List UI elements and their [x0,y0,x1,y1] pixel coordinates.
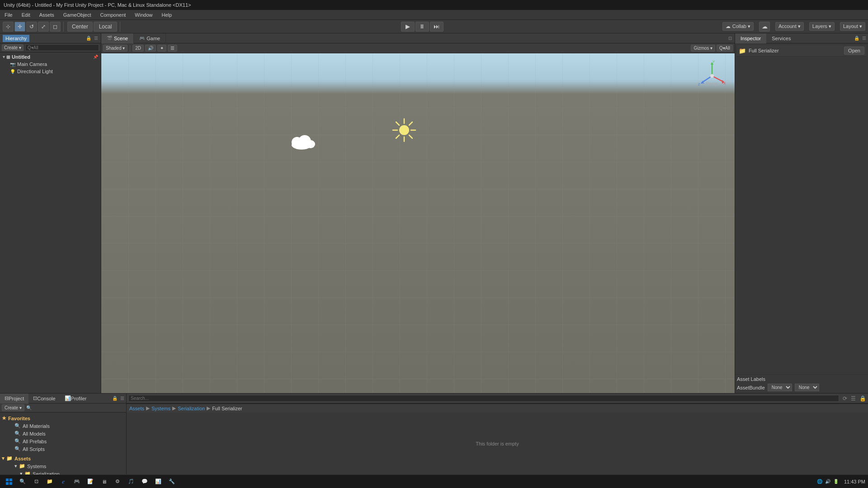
taskbar-app-5[interactable]: 🎵 [125,476,137,488]
menu-file[interactable]: File [3,11,14,19]
profiler-tab[interactable]: 📊 Profiler [60,394,91,404]
menu-component[interactable]: Component [98,11,127,19]
hand-tool-btn[interactable]: ⊹ [3,22,14,32]
taskbar-app-2[interactable]: 📝 [84,476,97,488]
hierarchy-scene-item[interactable]: ▾ ⊞ Untitled 📌 [0,53,101,61]
svg-line-7 [396,135,399,138]
file-browser-view-icon[interactable]: ☰ [851,395,856,402]
shading-btn[interactable]: Shaded ▾ [103,45,127,52]
audio-btn[interactable]: 🔊 [145,45,156,52]
taskbar-app-6[interactable]: 💬 [138,476,151,488]
all-models-item[interactable]: 🔍 All Models [2,430,124,437]
scene-pin-icon: 📌 [93,55,98,59]
asset-bundle-variant-select[interactable]: None [795,384,819,391]
menu-assets[interactable]: Assets [38,11,56,19]
scene-tab[interactable]: 🎬 Scene [101,33,134,43]
file-browser-refresh-icon[interactable]: ⟳ [843,395,847,402]
scene-gizmo[interactable]: Y X Z < Persp [696,60,723,87]
inspector-tab[interactable]: Inspector [735,33,766,43]
project-create-btn[interactable]: Create ▾ [2,404,24,411]
hierarchy-lock-icon[interactable]: 🔒 [86,36,91,41]
scene-settings-btn[interactable]: ☰ [168,45,177,52]
account-btn[interactable]: Account ▾ [775,22,804,31]
taskbar-speaker-icon[interactable]: 🔊 [825,479,830,484]
2d-btn[interactable]: 2D [132,45,144,52]
taskbar-network-icon[interactable]: 🌐 [817,479,822,484]
taskbar-app-8[interactable]: 🔧 [165,476,178,488]
taskbar: 🔍 ⊡ 📁 𝑒 🎮 📝 🖥 ⚙ 🎵 💬 📊 🔧 🌐 🔊 🔋 11:43 PM [0,474,868,488]
hierarchy-menu-icon[interactable]: ☰ [94,36,98,41]
cloud-object [289,132,316,150]
all-materials-item[interactable]: 🔍 All Materials [2,422,124,430]
light-icon: 💡 [10,69,15,74]
services-tab[interactable]: Services [766,33,796,43]
hierarchy-search-input[interactable] [25,44,99,51]
file-browser-lock-icon[interactable]: 🔒 [859,395,866,402]
layers-btn[interactable]: Layers ▾ [809,22,835,31]
taskbar-search-btn[interactable]: 🔍 [16,476,29,488]
hierarchy-create-btn[interactable]: Create ▾ [2,44,24,51]
systems-item[interactable]: ▾ 📁 Systems [2,462,124,470]
breadcrumb-serialization[interactable]: Serialization [178,406,205,411]
assets-title[interactable]: ▾ 📁 Assets [2,455,124,462]
breadcrumb-arrow-3: ▶ [207,405,210,411]
pause-btn[interactable]: ⏸ [415,22,429,32]
taskbar-app-4[interactable]: ⚙ [111,476,124,488]
menu-help[interactable]: Help [160,11,174,19]
cloud-icon: ☁ [726,23,731,29]
pivot-btn[interactable]: Center [67,22,93,32]
collab-btn[interactable]: ☁ Collab ▾ [722,22,754,31]
menu-edit[interactable]: Edit [20,11,32,19]
right-panel-menu-icon[interactable]: ☰ [862,36,868,41]
console-tab[interactable]: ⊡ Console [28,394,60,404]
open-btn[interactable]: Open [844,47,864,55]
file-browser-search-input[interactable] [128,395,839,402]
all-scripts-item[interactable]: 🔍 All Scripts [2,445,124,453]
hierarchy-main-camera-item[interactable]: 📷 Main Camera [0,61,101,68]
gizmos-btn[interactable]: Gizmos ▾ [691,45,715,52]
taskbar-edge-btn[interactable]: 𝑒 [57,476,70,488]
favorites-title[interactable]: ★ Favorites [2,414,124,422]
play-btn[interactable]: ▶ [401,22,415,32]
taskbar-start-btn[interactable] [3,476,15,488]
breadcrumb-assets[interactable]: Assets [129,406,144,411]
step-btn[interactable]: ⏭ [430,22,443,32]
scale-tool-btn[interactable]: ⤢ [38,22,49,32]
rect-tool-btn[interactable]: ◻ [50,22,61,32]
menu-window[interactable]: Window [133,11,154,19]
rotate-tool-btn[interactable]: ↺ [26,22,37,32]
taskbar-task-view-btn[interactable]: ⊡ [30,476,42,488]
all-btn[interactable]: Q▾All [717,45,733,52]
asset-bundle-select[interactable]: None [768,384,792,391]
hierarchy-panel: Hierarchy 🔒 ☰ Create ▾ ▾ ⊞ Untitled 📌 📷 … [0,33,101,393]
move-tool-btn[interactable]: ✛ [14,22,25,32]
scene-arrow-icon: ▾ [3,55,5,59]
layout-btn[interactable]: Layout ▾ [840,22,865,31]
bottom-left-lock-icon[interactable]: 🔒 [112,396,120,401]
svg-line-6 [409,122,412,125]
taskbar-file-explorer-btn[interactable]: 📁 [43,476,56,488]
taskbar-app-7[interactable]: 📊 [152,476,165,488]
taskbar-app-1[interactable]: 🎮 [71,476,83,488]
cloud-btn[interactable]: ☁ [759,22,770,32]
right-panel-tabs: Inspector Services 🔒 ☰ [735,33,868,43]
project-tab[interactable]: ⊟ Project [0,394,28,404]
taskbar-app-3[interactable]: 🖥 [98,476,110,488]
hierarchy-tab[interactable]: Hierarchy [3,35,29,42]
all-prefabs-item[interactable]: 🔍 All Prefabs [2,437,124,445]
scene-tabs: 🎬 Scene 🎮 Game ⊡ [101,33,735,43]
scene-maximize-icon[interactable]: ⊡ [728,36,735,41]
hierarchy-directional-light-item[interactable]: 💡 Directional Light [0,68,101,75]
space-btn[interactable]: Local [94,22,117,32]
fx-btn[interactable]: ✦ [157,45,166,52]
game-tab[interactable]: 🎮 Game [134,33,166,43]
right-panel-lock-icon[interactable]: 🔒 [854,36,862,41]
breadcrumb-systems[interactable]: Systems [151,406,170,411]
svg-point-8 [399,125,409,135]
scene-view[interactable]: Y X Z < Persp [101,53,735,393]
inspector-folder-icon: 📁 [739,47,746,54]
pivot-group: Center Local [67,22,120,32]
menu-gameobject[interactable]: GameObject [61,11,93,19]
svg-text:Y: Y [712,60,715,64]
bottom-left-menu-icon[interactable]: ☰ [120,396,126,401]
